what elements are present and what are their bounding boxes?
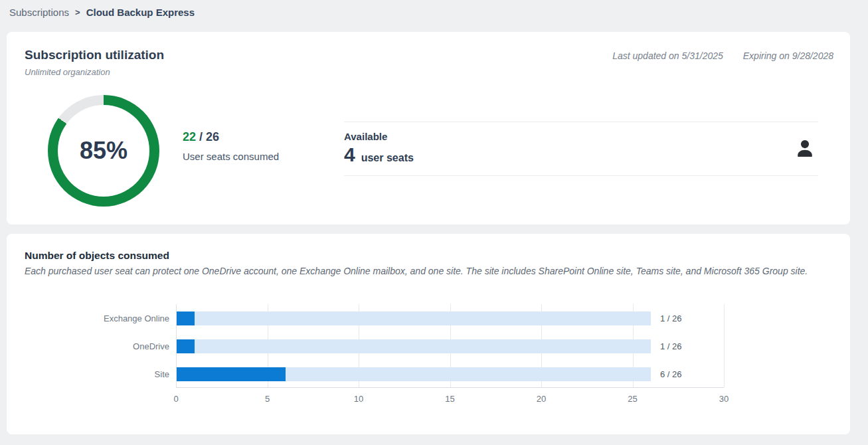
bar-track [177,312,651,325]
x-axis-tick-label: 10 [345,394,372,404]
card-meta: Last updated on 5/31/2025 Expiring on 9/… [612,50,833,61]
seats-used-value: 22 [183,130,196,143]
last-updated-text: Last updated on 5/31/2025 [612,50,723,61]
bar-category-label: OneDrive [20,339,169,353]
bar-value-label: 6 / 26 [660,367,682,381]
bar-category-label: Site [20,367,169,381]
available-seats-panel: Available 4 user seats [344,122,818,176]
x-axis-tick-label: 15 [437,394,464,404]
organization-type-label: Unlimited organization [25,67,110,77]
objects-bar-chart: 051015202530Exchange Online1 / 26OneDriv… [7,234,850,434]
breadcrumb: Subscriptions > Cloud Backup Express [9,7,195,18]
donut-hole: 85% [58,105,149,197]
available-count-unit: user seats [361,152,414,164]
donut-percent-label: 85% [80,137,128,165]
seats-consumed-caption: User seats consumed [183,151,279,162]
available-label: Available [344,131,818,142]
chart-gridline [724,304,725,387]
subscription-utilization-card: Subscription utilization Unlimited organ… [7,32,850,224]
page: Subscriptions > Cloud Backup Express Sub… [0,0,868,445]
x-axis-tick-label: 20 [528,394,555,404]
utilization-card-title: Subscription utilization [25,48,164,62]
objects-consumed-card: Number of objects consumed Each purchase… [7,234,850,434]
x-axis-line [176,387,724,388]
bar-fill [177,312,195,325]
bar-track [177,339,651,353]
breadcrumb-chevron-icon: > [75,7,80,17]
seats-total-value: 26 [206,130,219,143]
bar-value-label: 1 / 26 [660,312,682,325]
x-axis-tick-label: 30 [711,394,737,404]
expiring-text: Expiring on 9/28/2028 [743,50,833,61]
bar-value-label: 1 / 26 [660,339,682,353]
x-axis-tick-label: 5 [254,394,281,404]
utilization-donut-chart: 85% [48,95,159,207]
seats-consumed-count: 22 / 26 [183,130,279,144]
breadcrumb-link-subscriptions[interactable]: Subscriptions [9,7,69,18]
bar-fill [177,339,195,353]
seats-separator: / [196,130,206,143]
bar-fill [177,367,286,381]
bar-category-label: Exchange Online [20,312,169,325]
x-axis-tick-label: 0 [163,394,189,404]
x-axis-tick-label: 25 [620,394,646,404]
available-count-row: 4 user seats [344,145,818,165]
available-count-value: 4 [344,145,355,165]
person-icon [794,137,816,161]
seats-consumed-summary: 22 / 26 User seats consumed [183,130,279,162]
breadcrumb-current-page: Cloud Backup Express [86,7,195,18]
